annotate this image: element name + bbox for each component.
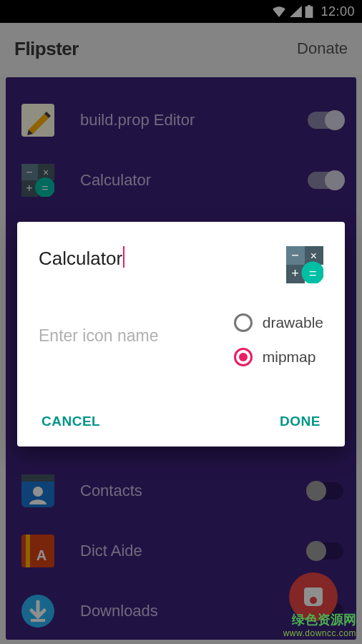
radio-checked-icon <box>234 348 253 366</box>
edit-icon-dialog: Calculator − × + = Enter icon name drawa… <box>17 222 345 447</box>
svg-text:+: + <box>291 266 299 280</box>
svg-text:×: × <box>310 250 317 262</box>
svg-text:=: = <box>309 266 317 280</box>
done-button[interactable]: DONE <box>280 414 321 429</box>
cancel-button[interactable]: CANCEL <box>41 414 100 429</box>
calculator-preview-icon[interactable]: − × + = <box>286 246 323 283</box>
radio-unchecked-icon <box>234 313 253 332</box>
watermark: 绿色资源网 www.downcc.com <box>283 611 356 638</box>
text-cursor <box>123 246 124 268</box>
radio-label: drawable <box>263 314 323 331</box>
svg-text:−: − <box>291 248 299 263</box>
icon-name-input[interactable]: Enter icon name <box>39 313 234 346</box>
app-name-value: Calculator <box>39 248 122 269</box>
watermark-url: www.downcc.com <box>283 628 356 638</box>
radio-drawable[interactable]: drawable <box>234 313 323 332</box>
app-name-input[interactable]: Calculator <box>39 246 286 270</box>
radio-label: mipmap <box>263 348 316 366</box>
watermark-title: 绿色资源网 <box>283 611 356 628</box>
radio-mipmap[interactable]: mipmap <box>234 348 323 366</box>
resource-type-radiogroup: drawable mipmap <box>234 313 323 366</box>
